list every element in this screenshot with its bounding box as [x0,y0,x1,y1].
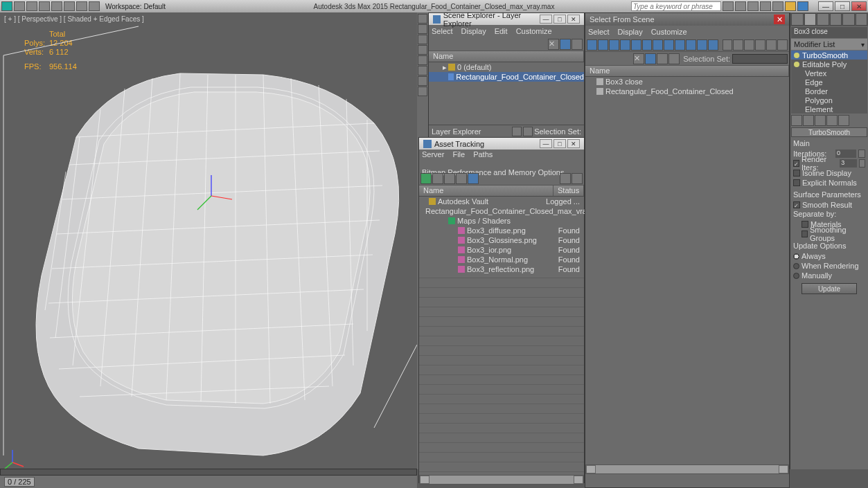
toolbar-icon[interactable] [744,39,754,51]
render-iters-checkbox[interactable] [793,160,799,167]
modifier-stack-item[interactable]: Border [791,87,867,96]
maximize-button[interactable]: □ [835,1,850,11]
hierarchy-tab-icon[interactable] [817,13,829,26]
toolbar-icon[interactable] [39,1,50,11]
toolbar-icon[interactable] [14,1,25,11]
menu-display[interactable]: Display [461,27,486,35]
viewport[interactable]: [ + ] [ Perspective ] [ Shaded + Edged F… [0,12,417,469]
search-icon[interactable] [723,1,734,11]
help-icon[interactable] [797,1,808,11]
footer-icon[interactable] [523,127,533,136]
side-tool-icon[interactable] [418,87,427,96]
render-iters-spinner[interactable]: 3 [840,159,857,168]
toolbar-icon[interactable] [89,1,100,11]
toolbar-icon[interactable] [560,173,571,184]
object-name-field[interactable]: Box3 close [791,27,867,38]
toolbar-icon[interactable] [777,39,788,51]
tree-row[interactable]: Autodesk VaultLogged ... [419,197,584,206]
scroll-left-icon[interactable] [420,476,429,484]
filter-icon[interactable] [697,39,707,51]
column-header[interactable]: Name [429,51,584,62]
modifier-stack[interactable]: TurboSmoothEditable PolyVertexEdgeBorder… [791,51,867,114]
scene-tree[interactable]: ▸ 0 (default) Rectangular_Food_Container… [429,62,584,125]
list-item[interactable]: Box3 close [585,77,789,87]
workspace-label[interactable]: Workspace: Default [105,3,166,10]
filter-icon[interactable] [675,39,685,51]
menu-edit[interactable]: Edit [495,27,508,35]
menu-display[interactable]: Display [618,28,643,36]
scroll-right-icon[interactable] [779,465,788,473]
toolbar-icon[interactable] [420,173,432,184]
timeline-slider[interactable] [0,469,417,476]
filter-icon[interactable] [598,39,608,51]
favorite-icon[interactable] [785,1,796,11]
toolbar-icon[interactable] [733,39,743,51]
redo-icon[interactable] [64,1,75,11]
column-header[interactable]: Name Status [419,186,584,197]
minimize-button[interactable]: — [818,1,833,11]
filter-icon[interactable] [653,39,663,51]
scrollbar-horizontal[interactable] [585,464,789,474]
isoline-checkbox[interactable] [793,170,800,177]
object-list[interactable]: Box3 close Rectangular_Food_Container_Cl… [585,77,789,464]
modify-tab-icon[interactable] [804,13,817,26]
remove-modifier-icon[interactable] [826,115,838,126]
menu-paths[interactable]: Paths [473,150,493,159]
menu-select[interactable]: Select [432,27,453,35]
toolbar-icon[interactable] [657,53,668,64]
spinner-arrows-icon[interactable] [858,150,865,158]
modifier-stack-item[interactable]: TurboSmooth [791,51,867,60]
close-icon[interactable]: ✕ [567,139,580,148]
when-rendering-radio[interactable] [793,263,799,269]
menu-select[interactable]: Select [588,28,610,36]
iterations-spinner[interactable]: 0 [835,150,856,158]
maximize-icon[interactable]: □ [553,15,566,24]
search-input[interactable] [631,1,721,11]
menu-file[interactable]: File [452,150,465,159]
filter-icon[interactable] [620,39,630,51]
side-tool-icon[interactable] [418,24,427,34]
toolbar-icon[interactable] [456,173,467,184]
frame-counter[interactable]: 0 / 225 [4,477,35,487]
close-icon[interactable]: ✕ [774,15,785,24]
tree-row[interactable]: Box3_Glossines.pngFound [419,235,584,245]
toolbar-icon[interactable] [76,1,87,11]
toolbar-icon[interactable] [766,39,777,51]
modifier-stack-item[interactable]: Edge [791,78,867,87]
toolbar-icon[interactable] [444,173,455,184]
undo-icon[interactable] [51,1,62,11]
menu-customize[interactable]: Customize [651,28,687,36]
tree-row[interactable]: Box3_ior.pngFound [419,245,584,255]
toolbar-icon[interactable] [747,1,759,11]
minimize-icon[interactable]: — [540,139,552,148]
show-end-result-icon[interactable] [803,115,814,126]
filter-icon[interactable] [609,39,619,51]
pin-stack-icon[interactable] [791,115,802,126]
asset-tree[interactable]: Autodesk VaultLogged ...Rectangular_Food… [419,197,584,269]
materials-checkbox[interactable] [801,221,808,228]
minimize-icon[interactable]: — [540,15,552,24]
close-icon[interactable]: ✕ [567,15,580,24]
motion-tab-icon[interactable] [830,13,842,26]
tree-row[interactable]: Rectangular_Food_Container_Closed_max_vr… [419,206,584,216]
smoothing-groups-checkbox[interactable] [801,231,808,237]
tree-row[interactable]: Maps / Shaders [419,216,584,226]
tree-row[interactable]: Box3_diffuse.pngFound [419,226,584,235]
side-tool-icon[interactable] [418,35,427,44]
toolbar-icon[interactable] [468,173,479,184]
smooth-result-checkbox[interactable] [793,201,800,208]
toolbar-icon[interactable] [645,53,656,64]
lightbulb-icon[interactable] [794,62,799,67]
toolbar-icon[interactable]: ✕ [633,53,644,64]
toolbar-icon[interactable] [26,1,37,11]
close-button[interactable]: ✕ [851,1,867,11]
menu-server[interactable]: Server [422,150,444,159]
asset-tracking-title-bar[interactable]: Asset Tracking — □ ✕ [419,138,584,150]
tree-row[interactable]: Box3_Normal.pngFound [419,255,584,264]
toolbar-icon[interactable] [572,39,583,50]
filter-icon[interactable] [664,39,674,51]
scrollbar-horizontal[interactable] [419,475,584,485]
make-unique-icon[interactable] [815,115,826,126]
always-radio[interactable] [793,253,799,260]
menu-customize[interactable]: Customize [516,27,552,35]
